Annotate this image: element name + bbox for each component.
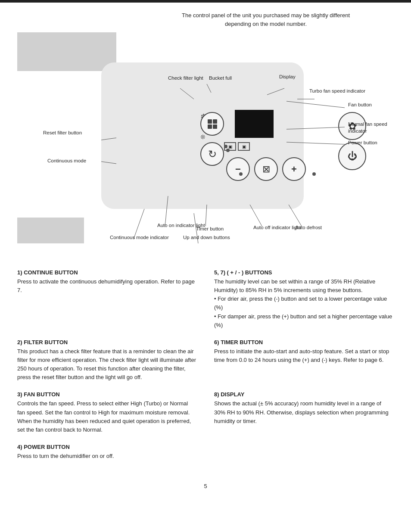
desc-item-4: 4) POWER BUTTON Press to turn the dehumi…	[17, 444, 197, 460]
label-auto-defrost: Auto defrost	[295, 224, 322, 231]
label-continuous-mode: Continuous mode	[47, 157, 86, 164]
desc-body-1: Press to activate the continuous dehumid…	[17, 277, 197, 295]
timer-button[interactable]: ⊠	[254, 157, 278, 181]
desc-title-4: 4) POWER BUTTON	[17, 444, 197, 450]
desc-item-6: 6) TIMER BUTTON Press to initiate the au…	[214, 339, 394, 382]
indicator-box-right: ▣	[238, 142, 250, 151]
page-number: 5	[17, 483, 394, 489]
page-content: The control panel of the unit you purcha…	[0, 3, 411, 498]
label-auto-off: Auto off indicator light	[253, 224, 301, 231]
continuous-mode-button[interactable]: ↻	[200, 142, 224, 166]
desc-item-5: 5, 7) ( + / - ) BUTTONS The humidity lev…	[214, 269, 394, 330]
label-reset-filter: Reset filter button	[43, 129, 82, 136]
desc-title-5: 5, 7) ( + / - ) BUTTONS	[214, 269, 394, 276]
desc-body-6: Press to initiate the auto-start and aut…	[214, 347, 394, 364]
timer-icon: ⊠	[262, 164, 270, 175]
control-panel: ❄ ❄ ❊ ▣ ▣	[101, 62, 304, 209]
label-bucket-full: Bucket full	[209, 75, 232, 81]
filter-grid-icon	[208, 119, 217, 129]
diagram-section: The control panel of the unit you purcha…	[17, 11, 394, 256]
diagram-wrapper: ❄ ❄ ❊ ▣ ▣	[17, 32, 394, 256]
desc-body-8: Shows the actual (± 5% accuracy) room hu…	[214, 399, 394, 425]
intro-text: The control panel of the unit you purcha…	[138, 11, 394, 28]
label-fan-button: Fan button	[348, 101, 372, 108]
desc-title-8: 8) DISPLAY	[214, 391, 394, 398]
plus-button[interactable]: +	[282, 157, 306, 181]
image-placeholder-top	[17, 32, 116, 71]
continuous-icon: ↻	[208, 148, 217, 160]
snowflake-icon: ❊	[200, 134, 207, 140]
label-normal-fan: Normal fan speed indicator	[348, 121, 394, 134]
label-check-filter: Check filter light	[168, 75, 203, 81]
image-placeholder-bottom	[17, 218, 84, 243]
minus-button[interactable]: −	[226, 157, 250, 181]
dot-right	[224, 145, 227, 148]
desc-item-8: 8) DISPLAY Shows the actual (± 5% accura…	[214, 391, 394, 434]
desc-title-1: 1) CONTINUE BUTTON	[17, 269, 197, 276]
descriptions-section: 1) CONTINUE BUTTON Press to activate the…	[17, 269, 394, 470]
desc-body-4: Press to turn the dehumidifier on or off…	[17, 452, 197, 460]
label-power-button: Power button	[348, 139, 377, 146]
label-continuous-indicator: Continuous mode indicator	[110, 234, 169, 241]
label-display: Display	[279, 73, 296, 80]
plus-label: +	[291, 164, 297, 175]
desc-title-3: 3) FAN BUTTON	[17, 391, 197, 398]
desc-title-2: 2) FILTER BUTTON	[17, 339, 197, 345]
desc-body-2: This product has a check filter feature …	[17, 347, 197, 382]
label-timer-button: Timer button	[196, 225, 224, 232]
desc-item-2: 2) FILTER BUTTON This product has a chec…	[17, 339, 197, 382]
label-turbo-fan: Turbo fan speed indicator	[309, 87, 365, 94]
desc-item-3: 3) FAN BUTTON Controls the fan speed. Pr…	[17, 391, 197, 434]
desc-body-3: Controls the fan speed. Press to select …	[17, 399, 197, 434]
desc-item-1: 1) CONTINUE BUTTON Press to activate the…	[17, 269, 197, 330]
label-up-down: Up and down buttons	[183, 234, 230, 241]
desc-body-5: The humidity level can be set within a r…	[214, 277, 394, 330]
desc-title-6: 6) TIMER BUTTON	[214, 339, 394, 345]
reset-filter-button[interactable]	[200, 112, 224, 136]
display-rect	[235, 110, 274, 138]
power-icon: ⏻	[348, 151, 357, 162]
power-button[interactable]: ⏻	[338, 142, 366, 170]
